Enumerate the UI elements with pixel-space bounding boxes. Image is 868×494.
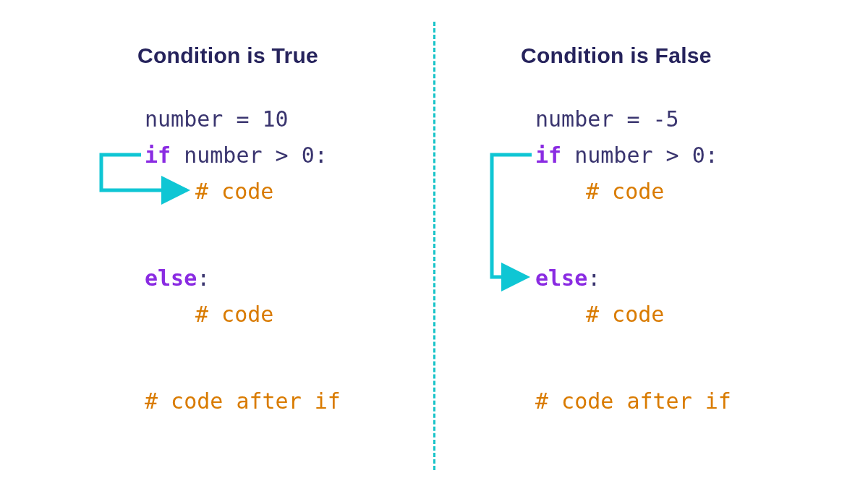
left-line4-rest: : <box>197 265 210 291</box>
right-line4-kw: else <box>535 265 587 291</box>
right-line2-rest: number > 0: <box>561 142 718 168</box>
right-line4: else: <box>535 260 600 297</box>
right-line3: # code <box>586 174 664 210</box>
right-line5: # code <box>586 297 664 333</box>
left-line5: # code <box>195 297 273 333</box>
right-line6: # code after if <box>535 383 731 420</box>
right-title: Condition is False <box>521 43 712 68</box>
left-line5-comment: # code <box>195 302 273 327</box>
left-line2-rest: number > 0: <box>171 142 328 168</box>
right-line6-comment: # code after if <box>535 388 731 414</box>
left-line4: else: <box>145 260 210 297</box>
left-line4-kw: else <box>145 265 197 291</box>
right-line4-rest: : <box>587 265 600 291</box>
vertical-divider <box>433 22 435 470</box>
diagram-stage: Condition is True Condition is False num… <box>0 0 868 494</box>
right-line2-kw: if <box>535 142 561 168</box>
left-line6: # code after if <box>145 383 341 420</box>
left-line2-kw: if <box>145 142 171 168</box>
right-line5-comment: # code <box>586 302 664 327</box>
left-line3: # code <box>195 174 273 210</box>
right-line2: if number > 0: <box>535 137 718 174</box>
left-line6-comment: # code after if <box>145 388 341 414</box>
right-line3-comment: # code <box>586 179 664 204</box>
left-line1: number = 10 <box>145 101 289 137</box>
left-title: Condition is True <box>137 43 318 68</box>
left-line2: if number > 0: <box>145 137 328 174</box>
left-line3-comment: # code <box>195 179 273 204</box>
right-line1: number = -5 <box>535 101 679 137</box>
